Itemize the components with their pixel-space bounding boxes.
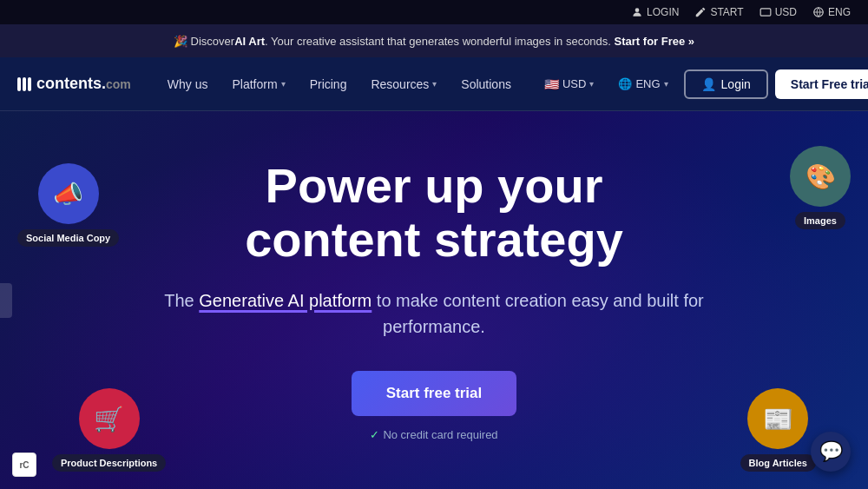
globe-icon: 🌐	[618, 77, 632, 90]
language-selector[interactable]: 🌐 ENG ▾	[609, 72, 676, 96]
images-label: Images	[795, 212, 845, 229]
svg-rect-1	[760, 9, 771, 16]
chat-button[interactable]: 💬	[811, 432, 851, 472]
product-descriptions-badge[interactable]: 🛒 Product Descriptions	[52, 388, 166, 472]
nav-links: Why us Platform ▾ Pricing Resources ▾ So…	[157, 70, 522, 98]
social-media-label: Social Media Copy	[17, 229, 119, 247]
start-trial-button[interactable]: Start Free trial	[775, 69, 868, 99]
nav-pricing[interactable]: Pricing	[299, 70, 358, 98]
announcement-text-pre: Discover	[191, 35, 235, 48]
nav-right: 🇺🇸 USD ▾ 🌐 ENG ▾ 👤 Login Start Free tria…	[536, 69, 868, 99]
social-media-badge[interactable]: 📣 Social Media Copy	[17, 163, 119, 247]
hero-title: Power up your content strategy	[130, 159, 738, 266]
blog-articles-circle: 📰	[747, 388, 808, 449]
hero-content: Power up your content strategy The Gener…	[130, 159, 738, 440]
announcement-emoji: 🎉	[174, 35, 187, 48]
hero-cta-wrapper: Start free trial ✓ No credit card requir…	[130, 371, 738, 441]
blog-articles-badge[interactable]: 📰 Blog Articles	[740, 388, 816, 472]
currency-flag-icon: 🇺🇸	[544, 77, 559, 91]
lang-chevron-icon: ▾	[664, 79, 668, 89]
product-descriptions-icon: 🛒	[94, 405, 124, 433]
recaptcha-badge: rC	[12, 453, 36, 477]
logo[interactable]: contents.com	[17, 75, 131, 93]
currency-selector[interactable]: 🇺🇸 USD ▾	[536, 72, 602, 96]
start-utility-link[interactable]: START	[694, 6, 743, 18]
logo-icon	[17, 77, 31, 91]
nav-platform[interactable]: Platform ▾	[222, 70, 296, 98]
check-icon: ✓	[370, 428, 379, 441]
blog-articles-icon: 📰	[763, 405, 793, 433]
hero-cta-button[interactable]: Start free trial	[352, 371, 517, 416]
hero-subtitle: The Generative AI platform to make conte…	[130, 287, 738, 340]
svg-point-0	[635, 8, 640, 12]
no-credit-notice: ✓ No credit card required	[370, 428, 497, 441]
eng-utility-link[interactable]: ENG	[812, 6, 851, 18]
social-media-circle: 📣	[38, 163, 99, 224]
navbar: contents.com Why us Platform ▾ Pricing R…	[0, 57, 868, 111]
generative-ai-link[interactable]: Generative AI platform	[199, 291, 372, 310]
user-icon: 👤	[701, 77, 716, 91]
chat-icon: 💬	[819, 440, 843, 463]
resources-chevron-icon: ▾	[432, 79, 437, 89]
announcement-bar: 🎉 Discover AI Art . Your creative assist…	[0, 24, 868, 57]
utility-bar: LOGIN START USD ENG	[0, 0, 868, 24]
login-button[interactable]: 👤 Login	[684, 69, 768, 99]
nav-resources[interactable]: Resources ▾	[360, 70, 447, 98]
blog-articles-label: Blog Articles	[740, 454, 816, 472]
product-descriptions-label: Product Descriptions	[52, 454, 166, 472]
announcement-cta[interactable]: Start for Free »	[615, 35, 694, 48]
nav-solutions[interactable]: Solutions	[450, 70, 522, 98]
currency-chevron-icon: ▾	[589, 79, 594, 89]
login-utility-link[interactable]: LOGIN	[631, 6, 679, 18]
announcement-text-post: . Your creative assistant that generates…	[265, 35, 611, 48]
images-icon: 🎨	[806, 162, 836, 191]
logo-text: contents.com	[36, 75, 131, 93]
social-media-icon: 📣	[53, 180, 83, 208]
hero-section: 📣 Social Media Copy 🎨 Images Power up yo…	[0, 111, 868, 489]
platform-chevron-icon: ▾	[281, 79, 286, 89]
product-descriptions-circle: 🛒	[79, 388, 140, 449]
images-circle: 🎨	[790, 146, 851, 207]
images-badge[interactable]: 🎨 Images	[790, 146, 851, 229]
usd-utility-link[interactable]: USD	[760, 6, 797, 18]
nav-why-us[interactable]: Why us	[157, 70, 219, 98]
announcement-highlight: AI Art	[234, 35, 265, 48]
left-panel	[0, 283, 12, 318]
